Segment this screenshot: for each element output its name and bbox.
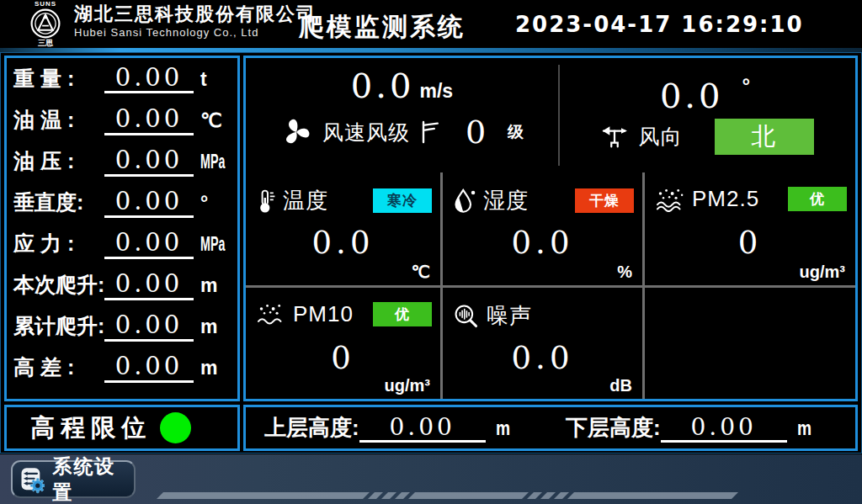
wind-speed-sub-line: 风速风级 0 级 bbox=[280, 114, 524, 151]
footer-bar: 系统设置 bbox=[0, 454, 862, 504]
humidity-value: 0.0 bbox=[443, 225, 642, 261]
empty-cell bbox=[645, 285, 855, 399]
logo-sansi-text: 三思 bbox=[38, 40, 53, 47]
pm10-label: PM10 bbox=[293, 301, 354, 327]
elevation-limit-indicator bbox=[160, 412, 191, 443]
pm25-unit: ug/m³ bbox=[800, 263, 845, 282]
logo-suns-text: SUNS bbox=[35, 1, 56, 8]
upper-level-unit: m bbox=[496, 416, 510, 440]
levels-box: 上层高度: 0.00 m 下层高度: 0.00 m bbox=[243, 405, 858, 451]
noise-head: 噪声 bbox=[453, 301, 634, 331]
system-settings-label: 系统设置 bbox=[52, 454, 127, 504]
pm25-head: PM2.5 优 bbox=[655, 186, 847, 212]
pm25-value: 0 bbox=[645, 225, 855, 261]
humidity-card: 湿度 干燥 0.0 % bbox=[443, 172, 645, 285]
company-name-block: 湖北三思科技股份有限公司 Hubei Sansi Technology Co.,… bbox=[74, 3, 317, 40]
wind-direction-value: 0.0 bbox=[660, 77, 724, 115]
stress-label: 应 力 : bbox=[13, 230, 104, 257]
total-climb-label: 累计爬升: bbox=[13, 312, 104, 340]
pm25-card: PM2.5 优 0 ug/m³ bbox=[645, 172, 855, 285]
temperature-head: 温度 寒冷 bbox=[256, 186, 432, 215]
pm25-label: PM2.5 bbox=[692, 186, 759, 212]
oil-pressure-label: 油 压 : bbox=[13, 147, 104, 175]
wind-direction-label: 风向 bbox=[639, 123, 683, 151]
pm25-status-badge: 优 bbox=[788, 187, 847, 211]
verticality-label: 垂直度: bbox=[13, 188, 104, 216]
pm10-value: 0 bbox=[246, 340, 440, 376]
page-title: 爬模监测系统 bbox=[299, 10, 466, 45]
lower-level-field: 下层高度: 0.00 m bbox=[566, 413, 815, 443]
humidity-head: 湿度 干燥 bbox=[453, 186, 634, 215]
pm10-head: PM10 优 bbox=[256, 301, 432, 327]
noise-label: 噪声 bbox=[487, 301, 532, 331]
footer-stripe bbox=[160, 492, 735, 499]
row-oil-pressure: 油 压 : 0.00 MPa bbox=[13, 147, 231, 186]
wind-speed-value-line: 0.0m/s bbox=[351, 66, 453, 110]
company-name-cn: 湖北三思科技股份有限公司 bbox=[74, 3, 317, 25]
oil-temp-label: 油 温 : bbox=[13, 106, 104, 134]
wind-section: 0.0m/s 风速风级 bbox=[246, 58, 855, 172]
temperature-value: 0.0 bbox=[246, 225, 440, 261]
weight-unit: t bbox=[200, 68, 231, 91]
wind-speed-block: 0.0m/s 风速风级 bbox=[246, 58, 558, 172]
row-total-climb: 累计爬升: 0.00 m bbox=[13, 312, 231, 351]
weight-value: 0.00 bbox=[104, 65, 194, 94]
oil-pressure-value: 0.00 bbox=[104, 147, 194, 177]
elevation-limit-box: 高程限位 bbox=[4, 405, 240, 451]
current-climb-value: 0.00 bbox=[104, 271, 194, 300]
wind-level-unit: 级 bbox=[508, 121, 524, 143]
current-climb-label: 本次爬升: bbox=[13, 271, 104, 299]
humidity-unit: % bbox=[617, 263, 632, 282]
stress-value: 0.00 bbox=[104, 230, 194, 259]
height-diff-value: 0.00 bbox=[104, 353, 194, 383]
fan-icon bbox=[280, 116, 312, 148]
wind-direction-sub-line: 风向 北 bbox=[600, 119, 814, 155]
wind-direction-value-line: 0.0° bbox=[660, 66, 753, 115]
elevation-limit-label: 高程限位 bbox=[30, 411, 152, 445]
row-height-diff: 高 差 : 0.00 m bbox=[13, 353, 231, 392]
environment-panel: 0.0m/s 风速风级 bbox=[243, 56, 858, 401]
header-bar: SUNS 三思 湖北三思科技股份有限公司 Hubei Sansi Technol… bbox=[0, 0, 862, 48]
verticality-unit: ° bbox=[200, 192, 231, 215]
total-climb-value: 0.00 bbox=[104, 312, 194, 342]
upper-level-field: 上层高度: 0.00 m bbox=[264, 413, 513, 443]
row-verticality: 垂直度: 0.00 ° bbox=[13, 188, 231, 227]
sansi-logo-icon bbox=[29, 8, 61, 40]
wind-vane-icon bbox=[600, 125, 629, 150]
wind-direction-unit: ° bbox=[742, 74, 754, 97]
total-climb-unit: m bbox=[200, 316, 231, 338]
humidity-label: 湿度 bbox=[483, 186, 529, 215]
wind-speed-unit: m/s bbox=[419, 80, 453, 102]
noise-value: 0.0 bbox=[443, 340, 642, 376]
wind-level-flag-icon bbox=[420, 119, 440, 146]
measurement-panel: 重 量 : 0.00 t 油 温 : 0.00 ℃ 油 压 : 0.00 MPa… bbox=[4, 56, 240, 401]
noise-unit: dB bbox=[609, 376, 632, 395]
pm10-unit: ug/m³ bbox=[385, 376, 430, 395]
row-stress: 应 力 : 0.00 MPa bbox=[13, 230, 231, 268]
temperature-unit: ℃ bbox=[412, 262, 430, 282]
lower-level-value: 0.00 bbox=[661, 415, 787, 443]
oil-pressure-unit: MPa bbox=[200, 151, 219, 173]
pm10-status-badge: 优 bbox=[373, 302, 432, 326]
weight-label: 重 量 : bbox=[13, 65, 104, 93]
humidity-status-badge: 干燥 bbox=[575, 188, 634, 213]
dust-icon bbox=[256, 302, 286, 327]
thermometer-icon bbox=[256, 188, 276, 215]
oil-temp-value: 0.00 bbox=[104, 106, 194, 135]
company-name-en: Hubei Sansi Technology Co., Ltd bbox=[74, 25, 317, 40]
wind-direction-block: 0.0° 风向 北 bbox=[558, 58, 855, 172]
oil-temp-unit: ℃ bbox=[200, 109, 231, 132]
system-settings-button[interactable]: 系统设置 bbox=[11, 460, 136, 498]
droplet-icon bbox=[453, 188, 476, 215]
datetime-display: 2023-04-17 16:29:10 bbox=[515, 12, 804, 37]
wind-direction-badge: 北 bbox=[715, 119, 814, 155]
current-climb-unit: m bbox=[200, 274, 231, 297]
lower-level-label: 下层高度: bbox=[566, 413, 661, 443]
noise-card: 噪声 0.0 dB bbox=[443, 285, 645, 399]
environment-grid: 温度 寒冷 0.0 ℃ 湿度 干燥 0.0 % bbox=[246, 172, 855, 399]
row-current-climb: 本次爬升: 0.00 m bbox=[13, 271, 231, 310]
wind-speed-value: 0.0 bbox=[351, 66, 415, 105]
row-oil-temp: 油 温 : 0.00 ℃ bbox=[13, 106, 231, 145]
pm10-card: PM10 优 0 ug/m³ bbox=[246, 285, 443, 399]
upper-level-value: 0.00 bbox=[359, 415, 486, 443]
